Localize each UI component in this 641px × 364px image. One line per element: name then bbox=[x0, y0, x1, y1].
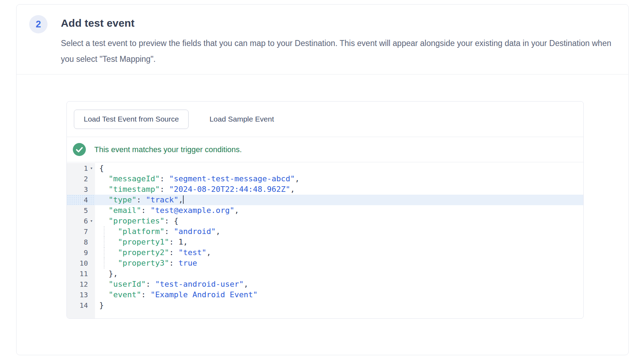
page-title: Add test event bbox=[61, 17, 135, 29]
indent-guide bbox=[104, 258, 104, 268]
editor-gutter-cell: 13 bbox=[67, 290, 95, 300]
code-line[interactable]: 8 "property1": 1, bbox=[67, 237, 583, 247]
code-line[interactable]: 9 "property2": "test", bbox=[67, 247, 583, 258]
code-text[interactable]: "property3": true bbox=[95, 258, 583, 268]
line-number: 8 bbox=[84, 237, 88, 247]
editor-gutter-cell: 12 bbox=[67, 279, 95, 290]
code-text[interactable]: "platform": "android", bbox=[95, 226, 583, 237]
fold-arrow-icon[interactable]: ▾ bbox=[88, 216, 95, 226]
editor-gutter-cell: 14 bbox=[67, 300, 95, 311]
code-line[interactable]: 14} bbox=[67, 300, 583, 311]
code-text[interactable]: "property2": "test", bbox=[95, 247, 583, 258]
editor-gutter-cell bbox=[67, 311, 95, 318]
code-text[interactable]: } bbox=[95, 300, 583, 311]
status-message: This event matches your trigger conditio… bbox=[94, 145, 242, 154]
code-line[interactable]: 13 "event": "Example Android Event" bbox=[67, 290, 583, 300]
editor-gutter-cell: 5 bbox=[67, 205, 95, 216]
editor-bottom-filler bbox=[67, 311, 583, 318]
line-number: 9 bbox=[84, 247, 88, 258]
event-buttons-row: Load Test Event from Source Load Sample … bbox=[67, 102, 583, 137]
load-test-event-button[interactable]: Load Test Event from Source bbox=[74, 110, 189, 129]
editor-gutter-cell: 1▾ bbox=[67, 163, 95, 174]
editor-gutter-cell: 4 bbox=[67, 195, 95, 205]
page-background: { "step": { "number": "2", "title": "Add… bbox=[0, 0, 641, 364]
line-number: 1 bbox=[84, 163, 88, 174]
code-text[interactable]: "type": "track", bbox=[95, 195, 583, 205]
step-number-badge: 2 bbox=[29, 15, 47, 33]
editor-gutter-cell: 10 bbox=[67, 258, 95, 268]
code-text[interactable]: "timestamp": "2024-08-20T22:44:48.962Z", bbox=[95, 184, 583, 195]
code-text[interactable]: }, bbox=[95, 268, 583, 279]
json-editor[interactable]: 1▾{2 "messageId": "segment-test-message-… bbox=[67, 162, 583, 318]
code-text bbox=[95, 311, 583, 318]
code-text[interactable]: "userId": "test-android-user", bbox=[95, 279, 583, 290]
line-number: 14 bbox=[80, 300, 88, 311]
line-number: 5 bbox=[84, 205, 88, 216]
line-number: 7 bbox=[84, 226, 88, 237]
indent-guide bbox=[104, 226, 104, 237]
line-number: 2 bbox=[84, 174, 88, 184]
code-line[interactable]: 6▾ "properties": { bbox=[67, 216, 583, 226]
code-line[interactable]: 7 "platform": "android", bbox=[67, 226, 583, 237]
code-text[interactable]: "property1": 1, bbox=[95, 237, 583, 247]
line-number: 11 bbox=[80, 268, 88, 279]
test-event-panel: Load Test Event from Source Load Sample … bbox=[66, 101, 584, 319]
code-line[interactable]: 3 "timestamp": "2024-08-20T22:44:48.962Z… bbox=[67, 184, 583, 195]
editor-gutter-cell: 9 bbox=[67, 247, 95, 258]
line-number: 4 bbox=[84, 195, 88, 205]
code-line[interactable]: 5 "email": "test@example.org", bbox=[67, 205, 583, 216]
editor-gutter-cell: 11 bbox=[67, 268, 95, 279]
fold-arrow-icon[interactable]: ▾ bbox=[88, 163, 95, 174]
check-circle-icon bbox=[73, 143, 86, 156]
code-line[interactable]: 1▾{ bbox=[67, 163, 583, 174]
step-description: Select a test event to preview the field… bbox=[61, 35, 621, 67]
line-number: 13 bbox=[80, 290, 88, 300]
editor-gutter-cell: 3 bbox=[67, 184, 95, 195]
code-text[interactable]: "email": "test@example.org", bbox=[95, 205, 583, 216]
indent-guide bbox=[104, 237, 104, 247]
code-text[interactable]: "event": "Example Android Event" bbox=[95, 290, 583, 300]
code-text[interactable]: "properties": { bbox=[95, 216, 583, 226]
editor-gutter-cell: 8 bbox=[67, 237, 95, 247]
indent-guide bbox=[104, 247, 104, 258]
code-line[interactable]: 4 "type": "track", bbox=[67, 195, 583, 205]
editor-gutter-cell: 2 bbox=[67, 174, 95, 184]
code-text[interactable]: "messageId": "segment-test-message-abcd"… bbox=[95, 174, 583, 184]
line-number: 10 bbox=[80, 258, 88, 268]
editor-gutter-cell: 7 bbox=[67, 226, 95, 237]
code-line[interactable]: 2 "messageId": "segment-test-message-abc… bbox=[67, 174, 583, 184]
code-line[interactable]: 11 }, bbox=[67, 268, 583, 279]
step-header: 2 Add test event Select a test event to … bbox=[17, 5, 628, 74]
line-number: 12 bbox=[80, 279, 88, 290]
code-line[interactable]: 10 "property3": true bbox=[67, 258, 583, 268]
code-line[interactable]: 12 "userId": "test-android-user", bbox=[67, 279, 583, 290]
trigger-match-status-row: This event matches your trigger conditio… bbox=[67, 137, 583, 162]
add-test-event-card: 2 Add test event Select a test event to … bbox=[16, 4, 629, 355]
text-cursor bbox=[183, 195, 184, 204]
editor-gutter-cell: 6▾ bbox=[67, 216, 95, 226]
line-number: 3 bbox=[84, 184, 88, 195]
load-sample-event-button[interactable]: Load Sample Event bbox=[200, 110, 283, 129]
line-number: 6 bbox=[84, 216, 88, 226]
code-text[interactable]: { bbox=[95, 163, 583, 174]
step-number: 2 bbox=[36, 19, 41, 30]
